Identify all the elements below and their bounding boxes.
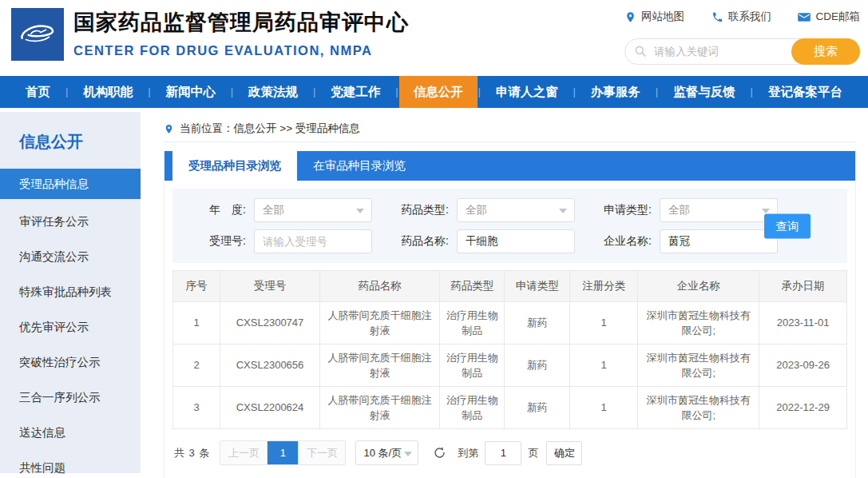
company-input[interactable]	[660, 230, 777, 253]
sidebar-title: 信息公开	[0, 112, 141, 157]
sidebar-item-delivery-info[interactable]: 送达信息	[0, 415, 141, 450]
sidebar-item-accepted-varieties[interactable]: 受理品种信息	[0, 169, 141, 199]
nav-item-news[interactable]: 新闻中心	[152, 76, 230, 108]
nav-item-info-disclosure[interactable]: 信息公开	[399, 76, 478, 108]
cell-acceptance-no: CXSL2200624	[220, 387, 320, 429]
cell-company: 深圳市茵冠生物科技有限公司;	[638, 387, 759, 429]
primary-nav: 首页 机构职能 新闻中心 政策法规 党建工作 信息公开 申请人之窗 办事服务 监…	[0, 76, 868, 108]
drug-name-input[interactable]	[458, 230, 574, 253]
col-header-apply-type: 申请类型	[505, 271, 570, 302]
nav-item-home[interactable]: 首页	[11, 76, 65, 108]
cde-logo[interactable]	[11, 8, 64, 61]
site-subtitle: CENTER FOR DRUG EVALUATION, NMPA	[73, 43, 409, 58]
nav-divider	[313, 76, 315, 108]
goto-page-input[interactable]	[485, 441, 521, 465]
next-page-button[interactable]: 下一页	[299, 441, 345, 464]
refresh-button[interactable]	[433, 446, 446, 460]
location-pin-icon	[624, 11, 636, 23]
drug-type-select[interactable]: 全部	[457, 198, 575, 222]
nav-item-policy[interactable]: 政策法规	[234, 76, 312, 108]
cell-company: 深圳市茵冠生物科技有限公司;	[638, 345, 759, 387]
cell-company: 深圳市茵冠生物科技有限公司;	[638, 302, 759, 345]
cell-drug-name: 人脐带间充质干细胞注射液	[319, 387, 439, 429]
goto-page-prefix: 到第	[458, 446, 478, 460]
filter-year: 年 度: 全部	[188, 198, 372, 222]
nav-divider	[573, 76, 575, 108]
col-header-reg-class: 注册分类	[570, 271, 638, 302]
goto-confirm-button[interactable]: 确定	[546, 441, 582, 465]
sidebar-item-three-in-one[interactable]: 三合一序列公示	[0, 380, 141, 415]
nav-item-services[interactable]: 办事服务	[577, 76, 655, 108]
sidebar-item-priority-review[interactable]: 优先审评公示	[0, 309, 141, 345]
cell-acceptance-no: CXSL2300747	[220, 302, 320, 345]
cell-drug-name: 人脐带间充质干细胞注射液	[319, 302, 439, 345]
nav-item-supervision[interactable]: 监督与反馈	[659, 76, 750, 108]
sidebar: 信息公开 受理品种信息 审评任务公示 沟通交流公示 特殊审批品种列表 优先审评公…	[0, 112, 141, 473]
goto-page-unit: 页	[528, 446, 538, 460]
nav-item-applicant-window[interactable]: 申请人之窗	[482, 76, 573, 108]
page-size-select[interactable]: 10 条/页	[355, 440, 418, 465]
cell-reg-class: 1	[570, 387, 638, 429]
tab-bar: 受理品种目录浏览 在审品种目录浏览	[164, 151, 855, 181]
chevron-down-icon	[356, 209, 364, 213]
main-content: 当前位置：信息公开 >> 受理品种信息 受理品种目录浏览 在审品种目录浏览 年 …	[164, 116, 856, 478]
cell-drug-type: 治疗用生物制品	[440, 387, 505, 429]
sidebar-item-communication[interactable]: 沟通交流公示	[0, 239, 141, 274]
year-label: 年 度:	[188, 203, 246, 217]
table-header-row: 序号 受理号 药品名称 药品类型 申请类型 注册分类 企业名称 承办日期	[173, 271, 847, 302]
page-number-button[interactable]: 1	[267, 441, 299, 464]
apply-type-select[interactable]: 全部	[660, 198, 778, 222]
year-select[interactable]: 全部	[254, 198, 372, 222]
drug-type-value: 全部	[466, 204, 487, 216]
search-button[interactable]: 搜索	[791, 38, 860, 65]
breadcrumb: 当前位置：信息公开 >> 受理品种信息	[164, 116, 856, 142]
cell-index: 3	[173, 387, 220, 429]
drug-name-label: 药品名称:	[391, 234, 449, 249]
filter-company: 企业名称:	[594, 229, 778, 253]
nav-divider	[395, 76, 398, 108]
cell-reg-class: 1	[570, 345, 638, 387]
tab-accepted-catalog[interactable]: 受理品种目录浏览	[172, 151, 297, 181]
cell-index: 2	[173, 345, 220, 387]
results-table: 序号 受理号 药品名称 药品类型 申请类型 注册分类 企业名称 承办日期 1 C…	[172, 270, 847, 429]
pagination: 共 3 条 上一页 1 下一页 10 条/页 到第 页 确定	[174, 440, 847, 465]
contact-link[interactable]: 联系我们	[711, 10, 771, 24]
filter-drug-name: 药品名称:	[391, 229, 575, 253]
cell-apply-type: 新药	[505, 387, 570, 429]
query-button[interactable]: 查询	[764, 213, 811, 238]
acceptance-no-label: 受理号:	[188, 234, 246, 249]
company-label: 企业名称:	[594, 234, 652, 249]
col-header-index: 序号	[173, 271, 220, 302]
nav-item-registration-platform[interactable]: 登记备案平台	[754, 76, 857, 108]
filter-drug-type: 药品类型: 全部	[391, 198, 575, 222]
nav-divider	[231, 76, 233, 108]
nav-divider	[478, 76, 481, 108]
sidebar-item-breakthrough-therapy[interactable]: 突破性治疗公示	[0, 345, 141, 380]
nav-item-functions[interactable]: 机构职能	[69, 76, 147, 108]
cell-apply-type: 新药	[505, 345, 570, 387]
apply-type-value: 全部	[668, 204, 690, 216]
chevron-down-icon	[404, 452, 412, 456]
year-value: 全部	[263, 204, 284, 216]
table-row: 3 CXSL2200624 人脐带间充质干细胞注射液 治疗用生物制品 新药 1 …	[173, 387, 847, 429]
page-button-group: 上一页 1 下一页	[220, 440, 346, 465]
tab-under-review-catalog[interactable]: 在审品种目录浏览	[297, 151, 422, 181]
search-icon	[634, 45, 647, 58]
cde-mail-link[interactable]: CDE邮箱	[798, 10, 860, 24]
nav-item-party[interactable]: 党建工作	[316, 76, 394, 108]
acceptance-no-input[interactable]	[255, 230, 371, 253]
sidebar-item-review-tasks[interactable]: 审评任务公示	[0, 204, 141, 239]
col-header-drug-type: 药品类型	[440, 271, 505, 302]
prev-page-button[interactable]: 上一页	[220, 441, 267, 464]
site-search: 搜索	[624, 38, 860, 65]
filter-apply-type: 申请类型: 全部	[594, 198, 778, 222]
sitemap-link[interactable]: 网站地图	[624, 10, 684, 24]
site-title: 国家药品监督管理局药品审评中心	[73, 8, 409, 37]
sidebar-item-common-questions[interactable]: 共性问题	[0, 450, 141, 478]
sidebar-item-special-approval[interactable]: 特殊审批品种列表	[0, 274, 141, 309]
col-header-company: 企业名称	[638, 271, 759, 302]
filter-panel: 年 度: 全部 药品类型: 全部 申请类型: 全部	[172, 189, 847, 263]
table-row: 2 CXSL2300656 人脐带间充质干细胞注射液 治疗用生物制品 新药 1 …	[173, 345, 847, 387]
content-panel: 受理品种目录浏览 在审品种目录浏览 年 度: 全部 药品类型: 全部	[164, 151, 856, 478]
site-title-block: 国家药品监督管理局药品审评中心 CENTER FOR DRUG EVALUATI…	[73, 8, 409, 58]
